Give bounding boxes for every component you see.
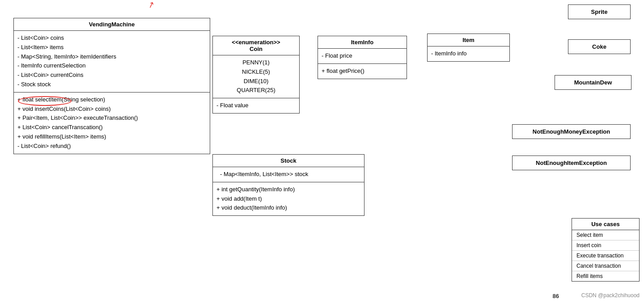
coin-val-3: DIME(10) xyxy=(216,77,296,86)
vending-machine-title: VendingMachine xyxy=(14,18,210,31)
coin-val-1: PENNY(1) xyxy=(216,58,296,67)
item-info-title: ItemInfo xyxy=(318,36,407,49)
sprite-box: Sprite xyxy=(568,4,631,19)
diagram-container: ↗ VendingMachine - List<Coin> coins - Li… xyxy=(0,0,644,303)
watermark: CSDN @pack2chihuood xyxy=(581,292,640,299)
coin-attribute: - Float value xyxy=(213,98,299,113)
use-case-2: Insert coin xyxy=(572,240,639,251)
use-case-4: Cancel transaction xyxy=(572,261,639,271)
not-enough-item-box: NotEnoughItemException xyxy=(512,156,631,170)
vm-attr-3: - Map<String, ItemInfo> itemIdentifiers xyxy=(17,52,206,62)
item-attribute: - ItemInfo info xyxy=(428,46,509,61)
stock-method-1: + int getQuantity(ItemInfo info) xyxy=(216,185,360,194)
coin-box: <<enumeration>> Coin PENNY(1) NICKLE(5) … xyxy=(212,36,300,114)
coin-val-4: QUARTER(25) xyxy=(216,86,296,95)
item-info-attribute: - Float price xyxy=(318,49,407,64)
coin-values: PENNY(1) NICKLE(5) DIME(10) QUARTER(25) xyxy=(213,55,299,98)
vm-attr-5: - List<Coin> currentCoins xyxy=(17,71,206,80)
not-enough-money-box: NotEnoughMoneyException xyxy=(512,124,631,139)
vm-attr-6-container: - Stock stock xyxy=(17,80,206,89)
item-info-method: + float getPrice() xyxy=(318,64,407,79)
vm-attr-4: - ItemInfo currentSelection xyxy=(17,61,206,71)
item-title: Item xyxy=(428,34,509,46)
use-case-1: Select item xyxy=(572,230,639,240)
stock-box: Stock - Map<ItemInfo, List<Item>> stock … xyxy=(212,154,364,216)
coke-box: Coke xyxy=(568,39,631,54)
vending-machine-box: VendingMachine - List<Coin> coins - List… xyxy=(13,18,210,154)
stock-title: Stock xyxy=(213,155,364,167)
vending-machine-attributes: - List<Coin> coins - List<Item> items - … xyxy=(14,31,210,93)
coin-val-2: NICKLE(5) xyxy=(216,67,296,77)
stock-attribute: - Map<ItemInfo, List<Item>> stock xyxy=(213,167,364,182)
stock-method-3: + void deduct(ItemInfo info) xyxy=(216,203,360,213)
use-case-5: Refill items xyxy=(572,271,639,281)
vm-method-4: + List<Coin> cancelTranscation() xyxy=(17,123,206,132)
vm-attr-2: - List<Item> items xyxy=(17,43,206,52)
item-box: Item - ItemInfo info xyxy=(427,34,510,62)
stock-highlight xyxy=(18,96,72,106)
red-arrow-icon: ↗ xyxy=(146,0,156,11)
mountain-dew-box: MountainDew xyxy=(555,75,631,90)
vm-method-6: - List<Coin> refund() xyxy=(17,142,206,151)
vm-attr-1: - List<Coin> coins xyxy=(17,34,206,43)
stock-methods: + int getQuantity(ItemInfo info) + void … xyxy=(213,182,364,215)
use-cases-box: Use cases Select item Insert coin Execut… xyxy=(572,218,640,282)
use-case-3: Execute transaction xyxy=(572,251,639,261)
coin-title: <<enumeration>> Coin xyxy=(213,36,299,55)
vm-attr-6: - Stock stock xyxy=(17,81,51,88)
vm-method-3: + Pair<Item, List<Coin>> executeTransact… xyxy=(17,114,206,123)
item-info-box: ItemInfo - Float price + float getPrice(… xyxy=(318,36,407,79)
use-cases-title: Use cases xyxy=(572,219,639,230)
stock-method-2: + void add(Item t) xyxy=(216,194,360,204)
page-number: 86 xyxy=(553,293,559,299)
vm-method-5: + void refillItems(List<Item> items) xyxy=(17,132,206,142)
